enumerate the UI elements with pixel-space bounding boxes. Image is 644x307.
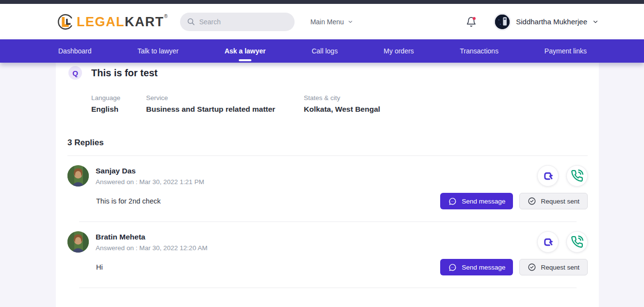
- answered-on-timestamp: Answered on : Mar 30, 2022 1:21 PM: [96, 178, 204, 186]
- meta-states-city-value: Kolkata, West Bengal: [304, 105, 380, 114]
- chat-action-button[interactable]: [537, 165, 559, 187]
- request-sent-button[interactable]: Request sent: [519, 193, 588, 209]
- divider: [79, 288, 577, 288]
- phone-call-icon: [571, 236, 583, 248]
- meta-language: Language English: [91, 94, 146, 114]
- legalkart-logo-icon: [57, 13, 74, 31]
- legalkart-logo[interactable]: LEGALKART ®: [57, 13, 167, 31]
- content-area: Q This is for test Language English Serv…: [0, 63, 644, 307]
- chevron-down-icon: [347, 19, 353, 25]
- meta-states-city: States & city Kolkata, West Bengal: [304, 94, 380, 114]
- search-icon: [187, 17, 195, 26]
- answered-on-timestamp: Answered on : Mar 30, 2022 12:20 AM: [96, 244, 207, 252]
- notification-dot: [473, 17, 476, 20]
- lawyer-name: Bratin Meheta: [96, 233, 207, 241]
- meta-service-label: Service: [146, 94, 304, 102]
- notification-bell-button[interactable]: [466, 17, 477, 27]
- logo-text-kart: KART: [125, 15, 164, 29]
- reply-message: Hi: [96, 263, 103, 271]
- request-sent-label: Request sent: [541, 198, 579, 205]
- request-sent-label: Request sent: [541, 264, 579, 271]
- check-circle-icon: [528, 197, 536, 205]
- chat-icon: [542, 170, 555, 183]
- meta-language-value: English: [91, 105, 146, 114]
- nav-item-call-logs[interactable]: Call logs: [308, 39, 342, 63]
- reply-message: This is for 2nd check: [96, 197, 161, 205]
- main-menu-dropdown[interactable]: Main Menu: [310, 18, 353, 26]
- chat-bubble-icon: [448, 263, 457, 272]
- top-strip: [0, 0, 644, 4]
- user-chevron-down-icon: [592, 18, 599, 25]
- reply-item: Bratin Meheta Answered on : Mar 30, 2022…: [56, 222, 599, 288]
- call-action-button[interactable]: [566, 165, 588, 187]
- header: LEGALKART ® Main Menu: [0, 4, 644, 39]
- lawyer-name: Sanjay Das: [96, 167, 204, 175]
- logo-text-legal: LEGAL: [77, 15, 125, 29]
- call-action-button[interactable]: [566, 231, 588, 253]
- request-sent-button[interactable]: Request sent: [519, 259, 588, 275]
- replies-heading: 3 Replies: [67, 138, 599, 148]
- nav-item-transactions[interactable]: Transactions: [456, 39, 503, 63]
- chat-bubble-icon: [448, 197, 457, 206]
- send-message-label: Send message: [462, 264, 505, 271]
- meta-states-city-label: States & city: [304, 94, 380, 102]
- lawyer-avatar: [67, 231, 89, 253]
- question-meta: Language English Service Business and St…: [91, 94, 599, 114]
- meta-service: Service Business and Startup related mat…: [146, 94, 304, 114]
- send-message-button[interactable]: Send message: [440, 259, 513, 275]
- nav-item-ask-a-lawyer[interactable]: Ask a lawyer: [221, 39, 270, 63]
- lawyer-avatar: [67, 165, 89, 187]
- main-menu-label: Main Menu: [310, 18, 344, 26]
- meta-language-label: Language: [91, 94, 146, 102]
- logo-registered-mark: ®: [164, 14, 167, 19]
- question-header: Q This is for test: [56, 63, 599, 80]
- reply-item: Sanjay Das Answered on : Mar 30, 2022 1:…: [56, 156, 599, 222]
- primary-nav: Dashboard Talk to lawyer Ask a lawyer Ca…: [0, 39, 644, 63]
- search-input[interactable]: [199, 18, 288, 26]
- question-title: This is for test: [91, 68, 158, 79]
- send-message-button[interactable]: Send message: [440, 193, 513, 209]
- question-panel: Q This is for test Language English Serv…: [56, 63, 599, 307]
- nav-item-talk-to-lawyer[interactable]: Talk to lawyer: [133, 39, 182, 63]
- user-profile-menu[interactable]: Siddhartha Mukherjee: [495, 15, 599, 29]
- nav-item-my-orders[interactable]: My orders: [380, 39, 418, 63]
- meta-service-value: Business and Startup related matter: [146, 105, 304, 114]
- user-name: Siddhartha Mukherjee: [516, 17, 587, 26]
- chat-icon: [542, 236, 555, 249]
- check-circle-icon: [528, 263, 536, 272]
- user-avatar: [495, 15, 510, 29]
- search-bar: [180, 13, 295, 31]
- send-message-label: Send message: [462, 198, 505, 205]
- nav-item-dashboard[interactable]: Dashboard: [54, 39, 96, 63]
- header-right: Siddhartha Mukherjee: [466, 15, 599, 29]
- phone-call-icon: [571, 170, 583, 182]
- nav-item-payment-links[interactable]: Payment links: [541, 39, 591, 63]
- chat-action-button[interactable]: [537, 231, 559, 253]
- question-badge: Q: [68, 66, 82, 80]
